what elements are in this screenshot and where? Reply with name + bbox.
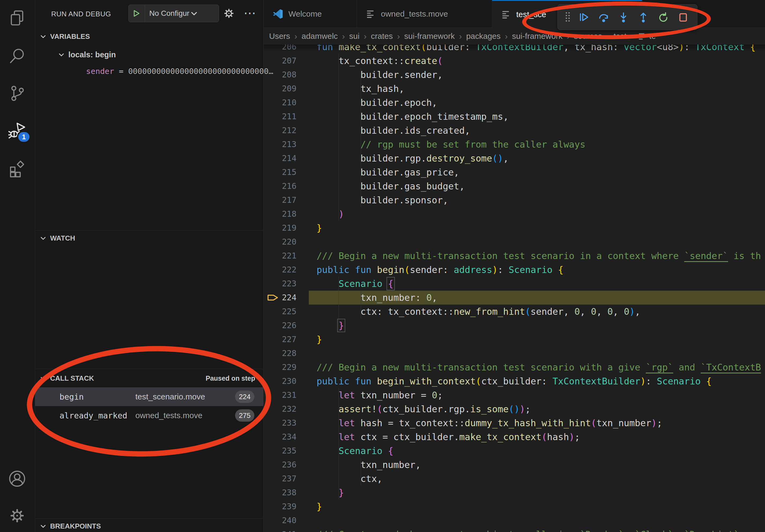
line-number: 211	[264, 110, 297, 124]
settings-gear-icon[interactable]	[8, 507, 27, 526]
stack-frames-list: begintest_scenario.move224already_marked…	[35, 387, 263, 425]
launch-config-dropdown[interactable]: No Configura	[128, 5, 219, 22]
code-line: txn_number: 0,	[317, 291, 765, 305]
drag-handle-icon[interactable]	[561, 7, 574, 27]
code-line: }	[317, 333, 765, 346]
line-number: 241	[264, 527, 297, 532]
code-line: assert!(ctx_builder.rgp.is_some());	[317, 402, 765, 416]
line-number: 223	[264, 277, 297, 291]
line-number: 231	[264, 388, 297, 402]
code-line: let ctx = ctx_builder.make_tx_context(ha…	[317, 430, 765, 444]
chevron-down-icon	[40, 375, 46, 382]
stack-frame[interactable]: begintest_scenario.move224	[35, 387, 263, 406]
breadcrumb-item[interactable]: crates	[371, 32, 393, 41]
breadcrumb-item[interactable]: sources	[574, 32, 602, 41]
stack-frame[interactable]: already_markedowned_tests.move275	[35, 406, 263, 425]
continue-button[interactable]	[574, 7, 594, 27]
run-and-debug-icon[interactable]: 1	[8, 122, 27, 141]
search-icon[interactable]	[8, 47, 27, 66]
config-label: No Configura	[145, 5, 190, 22]
watch-section-header[interactable]: WATCH	[35, 231, 263, 246]
breakpoints-section-header[interactable]: BREAKPOINTS	[35, 519, 263, 532]
line-number: 217	[264, 193, 297, 207]
line-number: 218	[264, 207, 297, 221]
debug-toolbar	[557, 4, 697, 30]
breadcrumb-item[interactable]: sui-framework	[404, 32, 454, 41]
frame-function: already_marked	[60, 411, 135, 420]
line-number: 214	[264, 151, 297, 165]
account-icon[interactable]	[8, 470, 27, 489]
line-number: 232	[264, 402, 297, 416]
move-file-icon	[638, 32, 646, 40]
line-number: 228	[264, 346, 297, 360]
breadcrumb[interactable]: Users›adamwelc›sui›crates›sui-framework›…	[264, 28, 765, 45]
paused-status: Paused on step	[206, 375, 255, 382]
line-number: 215	[264, 165, 297, 179]
tab-welcome[interactable]: Welcome	[264, 0, 357, 28]
move-file-icon	[501, 10, 511, 19]
breadcrumb-item[interactable]: Users	[269, 32, 290, 41]
debug-settings-gear-icon[interactable]	[223, 7, 235, 20]
code-line: Scenario {	[317, 277, 765, 291]
current-frame-marker-icon[interactable]	[267, 293, 279, 302]
call-stack-section-header[interactable]: CALL STACK Paused on step	[35, 369, 263, 387]
line-number: 210	[264, 96, 297, 110]
line-number: 212	[264, 124, 297, 137]
code-line: tx_hash,	[317, 82, 765, 96]
code-line: }	[317, 319, 765, 333]
step-out-button[interactable]	[633, 7, 653, 27]
variables-label: VARIABLES	[50, 32, 90, 41]
breadcrumb-file[interactable]: te	[638, 32, 656, 41]
scope-label: locals: begin	[68, 50, 116, 59]
code-line: let hash = tx_context::dummy_tx_hash_wit…	[317, 416, 765, 430]
run-and-debug-sidebar: RUN AND DEBUG No Configura ⋯ VARIABLES l…	[35, 0, 264, 532]
chevron-down-icon	[190, 10, 198, 17]
frame-file: owned_tests.move	[135, 411, 235, 420]
code-line: /// Begin a new multi-transaction test s…	[317, 360, 765, 374]
restart-button[interactable]	[653, 7, 673, 27]
frame-line-badge: 275	[235, 409, 254, 421]
line-number: 225	[264, 305, 297, 319]
code-line: txn_number,	[317, 458, 765, 472]
frame-function: begin	[60, 392, 135, 401]
breadcrumb-separator-icon: ›	[397, 31, 400, 41]
vscode-logo-icon	[273, 9, 283, 19]
breadcrumb-item[interactable]: adamwelc	[302, 32, 338, 41]
code-line: }	[317, 486, 765, 500]
code-editor[interactable]: 206fun make_tx_context(builder: TxContex…	[264, 0, 765, 532]
tab-owned-tests-move[interactable]: owned_tests.move	[357, 0, 492, 28]
more-actions-icon[interactable]: ⋯	[244, 5, 256, 21]
stop-button[interactable]	[673, 7, 693, 27]
start-debug-icon	[133, 10, 140, 17]
code-line: // rgp must be set from the caller alway…	[317, 137, 765, 151]
source-control-icon[interactable]	[8, 85, 27, 104]
breadcrumb-item[interactable]: sui	[349, 32, 360, 41]
chevron-down-icon	[40, 235, 46, 241]
line-number: 207	[264, 54, 297, 68]
code-line: builder.epoch,	[317, 96, 765, 110]
breadcrumb-separator-icon: ›	[459, 31, 462, 41]
line-number: 222	[264, 263, 297, 277]
extensions-icon[interactable]	[8, 160, 27, 179]
code-line: builder.gas_budget,	[317, 179, 765, 193]
code-line: ctx: tx_context::new_from_hint(sender, 0…	[317, 305, 765, 319]
explorer-icon[interactable]	[8, 10, 27, 28]
breadcrumb-item[interactable]: test	[613, 32, 626, 41]
line-number: 233	[264, 416, 297, 430]
variables-scope-row[interactable]: locals: begin	[35, 47, 263, 62]
variable-row-sender[interactable]: sender = 000000000000000000000000000000…	[35, 64, 263, 79]
variables-section-header[interactable]: VARIABLES	[35, 29, 263, 44]
line-number: 219	[264, 221, 297, 235]
breadcrumb-separator-icon: ›	[631, 31, 634, 41]
code-line: let txn_number = 0;	[317, 388, 765, 402]
step-into-button[interactable]	[613, 7, 633, 27]
call-stack-section: CALL STACK Paused on step begintest_scen…	[35, 369, 263, 425]
step-over-button[interactable]	[594, 7, 613, 27]
breadcrumb-item[interactable]: sui-framework	[512, 32, 562, 41]
line-number: 235	[264, 444, 297, 458]
breadcrumb-item[interactable]: packages	[466, 32, 500, 41]
watch-label: WATCH	[50, 234, 75, 242]
variable-name: sender	[86, 67, 114, 76]
code-line: builder.rgp.destroy_some(),	[317, 151, 765, 165]
tab-label: owned_tests.move	[381, 9, 448, 19]
